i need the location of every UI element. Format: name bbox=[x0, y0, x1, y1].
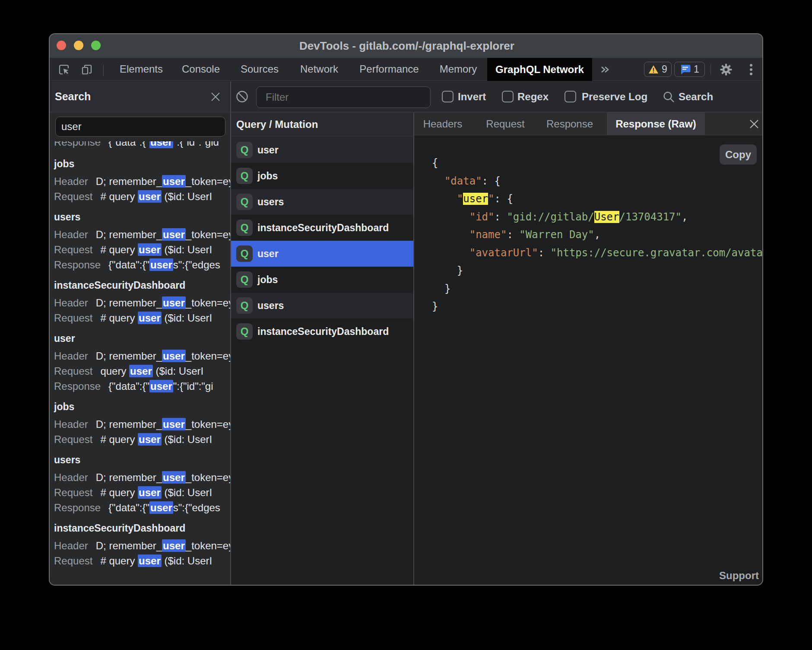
search-result-row[interactable]: Response{"data":{"users":{"edges bbox=[54, 257, 230, 272]
query-type-icon: Q bbox=[236, 323, 253, 340]
search-result-group-title[interactable]: users bbox=[54, 209, 230, 225]
search-match-highlight: user bbox=[138, 554, 162, 567]
settings-gear-icon[interactable] bbox=[720, 63, 733, 76]
query-list-item[interactable]: Quser bbox=[231, 137, 414, 163]
search-result-group-title[interactable]: jobs bbox=[54, 156, 230, 172]
search-result-text: D; remember_ bbox=[96, 540, 162, 551]
search-input[interactable] bbox=[55, 117, 225, 137]
search-result-group-title[interactable]: jobs bbox=[54, 399, 230, 414]
query-list-item[interactable]: QinstanceSecurityDashboard bbox=[231, 319, 414, 344]
query-list-item-label: jobs bbox=[257, 163, 278, 189]
json-line: "id": "gid://gitlab/User/13704317", bbox=[432, 208, 763, 226]
invert-label[interactable]: Invert bbox=[458, 81, 486, 112]
search-result-row[interactable]: Request# query user ($id: UserI bbox=[54, 432, 230, 447]
search-result-row[interactable]: HeaderD; remember_user_token=ey bbox=[54, 417, 230, 432]
panel-divider-right[interactable] bbox=[413, 112, 414, 586]
devtools-window: DevTools - gitlab.com/-/graphql-explorer… bbox=[49, 33, 763, 586]
search-result-group-title[interactable]: instanceSecurityDashboard bbox=[54, 277, 230, 293]
search-result-group-title[interactable]: user bbox=[54, 331, 230, 346]
query-list-item[interactable]: Qusers bbox=[231, 189, 414, 215]
tab-console[interactable]: Console bbox=[182, 58, 220, 80]
search-result-row[interactable]: Response{"data":{"users":{"edges bbox=[54, 500, 230, 515]
window-title: DevTools - gitlab.com/-/graphql-explorer bbox=[50, 34, 763, 58]
search-result-row-label: Request bbox=[54, 487, 92, 498]
search-result-row[interactable]: Request# query user ($id: UserI bbox=[54, 189, 230, 204]
search-result-row[interactable]: HeaderD; remember_user_token=ey bbox=[54, 295, 230, 310]
invert-checkbox[interactable] bbox=[442, 91, 454, 102]
search-result-group: instanceSecurityDashboardHeaderD; rememb… bbox=[54, 520, 230, 568]
search-result-row-label: Header bbox=[54, 229, 88, 240]
preserve-log-checkbox[interactable] bbox=[565, 91, 576, 102]
search-result-text: _token=ey bbox=[186, 175, 230, 187]
search-result-row-label: Request bbox=[54, 365, 92, 377]
tab-performance[interactable]: Performance bbox=[359, 58, 419, 80]
search-match-highlight: user bbox=[129, 365, 153, 377]
inspect-element-icon[interactable] bbox=[58, 64, 70, 76]
search-icon[interactable] bbox=[663, 91, 675, 103]
search-result-text: D; remember_ bbox=[96, 175, 162, 187]
warnings-badge[interactable]: 9 bbox=[644, 62, 672, 77]
search-result-row[interactable]: Request# query user ($id: UserI bbox=[54, 242, 230, 257]
search-result-text: # query bbox=[100, 312, 138, 324]
search-result-group-title[interactable]: users bbox=[54, 452, 230, 468]
search-result-row[interactable]: HeaderD; remember_user_token=ey bbox=[54, 227, 230, 242]
tab-sources[interactable]: Sources bbox=[241, 58, 279, 80]
clear-block-icon[interactable] bbox=[236, 90, 248, 103]
search-result-row[interactable]: Request# query user ($id: UserI bbox=[54, 485, 230, 500]
panel-divider-left[interactable] bbox=[230, 81, 231, 586]
search-result-row[interactable]: Response{"data":{"user":{"id":"gi bbox=[54, 379, 230, 394]
search-result-row[interactable]: HeaderD; remember_user_token=ey bbox=[54, 348, 230, 363]
title-bar: DevTools - gitlab.com/-/graphql-explorer bbox=[50, 34, 763, 58]
support-link[interactable]: Support bbox=[719, 570, 759, 582]
query-list-item-label: instanceSecurityDashboard bbox=[257, 215, 389, 241]
network-search-label[interactable]: Search bbox=[679, 81, 713, 112]
details-close-icon[interactable] bbox=[749, 118, 760, 130]
query-list-item[interactable]: Qjobs bbox=[231, 267, 414, 293]
regex-checkbox[interactable] bbox=[502, 91, 514, 102]
search-result-text: ":{"id":"gid bbox=[173, 141, 219, 148]
tab-request[interactable]: Request bbox=[486, 112, 524, 135]
search-result-text: _token=ey bbox=[186, 350, 230, 362]
query-list-item-label: users bbox=[257, 189, 284, 215]
search-result-row[interactable]: Requestquery user ($id: UserI bbox=[54, 363, 230, 379]
device-toolbar-icon[interactable] bbox=[81, 64, 93, 76]
query-list-item[interactable]: Qjobs bbox=[231, 163, 414, 189]
more-tabs-icon[interactable] bbox=[599, 64, 610, 75]
search-result-row[interactable]: HeaderD; remember_user_token=ey bbox=[54, 538, 230, 553]
messages-badge[interactable]: 1 bbox=[674, 62, 705, 77]
search-result-row[interactable]: Request# query user ($id: UserI bbox=[54, 553, 230, 568]
search-result-row[interactable]: HeaderD; remember_user_token=ey bbox=[54, 470, 230, 485]
search-panel-header: Search bbox=[50, 81, 230, 112]
search-result-text: # query bbox=[100, 191, 138, 202]
search-result-group-title[interactable]: instanceSecurityDashboard bbox=[54, 520, 230, 536]
search-result-row[interactable]: Response{"data":{"user":{"id":"gid bbox=[54, 141, 230, 151]
search-match-highlight: user bbox=[162, 471, 186, 484]
search-match-highlight: user bbox=[162, 350, 186, 362]
search-result-text: ($id: UserI bbox=[153, 365, 203, 377]
search-result-row[interactable]: Request# query user ($id: UserI bbox=[54, 310, 230, 325]
more-options-icon[interactable] bbox=[748, 64, 755, 76]
tab-headers[interactable]: Headers bbox=[423, 112, 463, 135]
search-result-text: ($id: UserI bbox=[162, 433, 212, 445]
tab-graphql-network[interactable]: GraphQL Network bbox=[487, 58, 592, 81]
query-list-item[interactable]: Qusers bbox=[231, 293, 414, 319]
search-result-row[interactable]: HeaderD; remember_user_token=ey bbox=[54, 174, 230, 189]
preserve-log-label[interactable]: Preserve Log bbox=[582, 81, 647, 112]
search-result-group: jobsHeaderD; remember_user_token=eyReque… bbox=[54, 399, 230, 447]
response-raw-json: { "data": { "user": { "id": "gid://gitla… bbox=[432, 154, 763, 316]
search-match-highlight: user bbox=[138, 433, 162, 446]
tab-network[interactable]: Network bbox=[300, 58, 338, 80]
query-list-item[interactable]: QinstanceSecurityDashboard bbox=[231, 215, 414, 241]
query-list-item-selected[interactable]: Quser bbox=[231, 241, 414, 267]
tab-elements[interactable]: Elements bbox=[120, 58, 163, 80]
query-mutation-header: Query / Mutation bbox=[231, 112, 413, 137]
search-close-icon[interactable] bbox=[210, 91, 221, 102]
query-list-item-label: jobs bbox=[257, 267, 278, 293]
search-result-text: {"data":{" bbox=[108, 141, 149, 148]
tab-response[interactable]: Response bbox=[546, 112, 593, 135]
main-toolbar: Elements Console Sources Network Perform… bbox=[50, 58, 763, 81]
regex-label[interactable]: Regex bbox=[517, 81, 549, 112]
filter-input[interactable] bbox=[256, 86, 431, 108]
tab-response-raw[interactable]: Response (Raw) bbox=[607, 112, 705, 135]
tab-memory[interactable]: Memory bbox=[440, 58, 477, 80]
